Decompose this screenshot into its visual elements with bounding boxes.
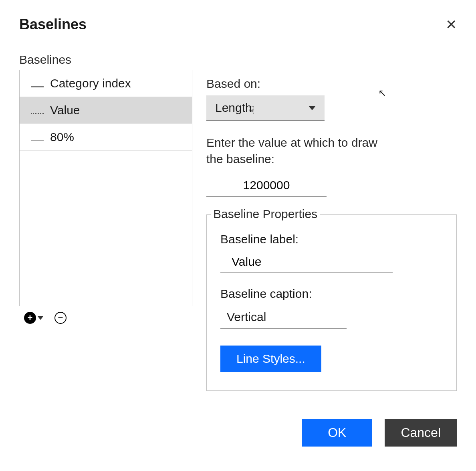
add-button[interactable]: + [24,312,36,324]
plus-icon: + [28,313,33,323]
baseline-label-text: Baseline label: [220,232,443,246]
baseline-value-input[interactable] [206,174,327,197]
baseline-properties-fieldset: Baseline Properties Baseline label: Base… [206,214,457,391]
fieldset-legend: Baseline Properties [211,207,320,221]
close-button[interactable]: ✕ [446,18,457,31]
baselines-list-label: Baselines [19,53,192,67]
based-on-value: Length [215,101,252,115]
baseline-caption-select[interactable]: Vertical [220,306,347,329]
dialog-title: Baselines [19,16,87,33]
baseline-label-input[interactable] [220,252,393,273]
list-item-label: 80% [50,130,74,144]
baseline-caption-label: Baseline caption: [220,287,443,301]
close-icon: ✕ [446,17,457,32]
cancel-label: Cancel [401,425,441,440]
minus-icon: − [58,313,63,323]
list-item[interactable]: Category index [20,70,192,97]
list-item[interactable]: Value [20,97,192,124]
add-menu-dropdown[interactable] [38,316,43,320]
ok-label: OK [328,425,346,440]
based-on-select[interactable]: Length [206,95,325,121]
line-styles-button[interactable]: Line Styles... [220,346,321,372]
line-preview-icon [31,130,44,144]
ok-button[interactable]: OK [302,419,372,447]
cancel-button[interactable]: Cancel [385,419,457,447]
line-preview-icon [31,77,44,90]
based-on-label: Based on: [206,77,457,91]
baselines-listbox[interactable]: Category index Value 80% [19,70,192,306]
list-item-label: Category index [50,77,131,90]
list-item[interactable]: 80% [20,124,192,151]
baseline-value-label: Enter the value at which to draw the bas… [206,135,391,167]
line-styles-label: Line Styles... [236,352,305,365]
list-item-label: Value [50,103,80,117]
line-preview-icon [31,103,44,117]
baseline-caption-value: Vertical [227,310,266,324]
remove-button[interactable]: − [54,312,67,324]
chevron-down-icon [309,106,316,110]
